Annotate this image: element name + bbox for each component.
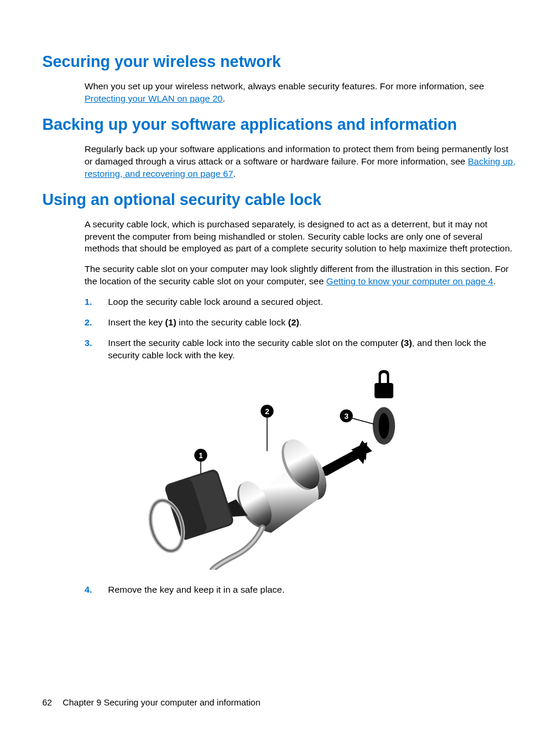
- text: into the security cable lock: [176, 317, 288, 327]
- arrow-icon: [324, 441, 374, 476]
- text: When you set up your wireless network, a…: [85, 81, 484, 91]
- cable-wire: [212, 527, 262, 570]
- document-page: Securing your wireless network When you …: [0, 0, 560, 596]
- callout-1-label: 1: [198, 451, 203, 460]
- heading-backing-up: Backing up your software applications an…: [42, 116, 518, 134]
- bold-callout: (1): [165, 317, 176, 327]
- step-number: 1.: [85, 296, 108, 308]
- steps-list-2: 4. Remove the key and keep it in a safe …: [85, 584, 518, 596]
- text: .: [493, 276, 495, 286]
- bold-callout: (3): [401, 338, 412, 348]
- chapter-title: Chapter 9 Securing your computer and inf…: [63, 697, 261, 707]
- para-cable-2: The security cable slot on your computer…: [85, 263, 518, 288]
- lock-cylinder: [221, 434, 335, 535]
- callout-3-label: 3: [344, 412, 348, 421]
- cable-lock-svg: 3 2 1: [130, 370, 418, 570]
- para-wireless: When you set up your wireless network, a…: [85, 80, 518, 105]
- bold-callout: (2): [288, 317, 299, 327]
- page-number: 62: [42, 697, 52, 707]
- steps-list: 1. Loop the security cable lock around a…: [85, 296, 518, 362]
- step-text: Insert the key (1) into the security cab…: [108, 317, 518, 329]
- step-text: Loop the security cable lock around a se…: [108, 296, 518, 308]
- para-cable-1: A security cable lock, which is purchase…: [85, 219, 518, 256]
- text: Insert the security cable lock into the …: [108, 338, 401, 348]
- heading-cable-lock: Using an optional security cable lock: [42, 191, 518, 209]
- step-4: 4. Remove the key and keep it in a safe …: [85, 584, 518, 596]
- page-footer: 62Chapter 9 Securing your computer and i…: [42, 697, 261, 707]
- text: Insert the key: [108, 317, 165, 327]
- step-number: 2.: [85, 317, 108, 329]
- link-protecting-wlan[interactable]: Protecting your WLAN on page 20: [85, 93, 222, 103]
- cable-lock-illustration: 3 2 1: [130, 370, 418, 570]
- text: .: [222, 93, 225, 103]
- step-2: 2. Insert the key (1) into the security …: [85, 317, 518, 329]
- text: .: [233, 169, 235, 179]
- step-number: 4.: [85, 584, 108, 596]
- svg-point-2: [379, 413, 389, 439]
- step-number: 3.: [85, 337, 108, 350]
- svg-line-5: [352, 418, 374, 424]
- callout-2-label: 2: [265, 407, 269, 416]
- text: .: [299, 317, 302, 327]
- step-text: Insert the security cable lock into the …: [108, 337, 518, 362]
- security-slot: [373, 407, 395, 445]
- para-backup: Regularly back up your software applicat…: [85, 143, 518, 180]
- step-text: Remove the key and keep it in a safe pla…: [108, 584, 518, 596]
- link-getting-to-know[interactable]: Getting to know your computer on page 4: [326, 276, 493, 286]
- step-1: 1. Loop the security cable lock around a…: [85, 296, 518, 308]
- text: Regularly back up your software applicat…: [85, 144, 508, 166]
- svg-rect-0: [375, 383, 393, 398]
- lock-icon: [375, 370, 393, 398]
- heading-securing-wireless: Securing your wireless network: [42, 53, 518, 71]
- step-3: 3. Insert the security cable lock into t…: [85, 337, 518, 362]
